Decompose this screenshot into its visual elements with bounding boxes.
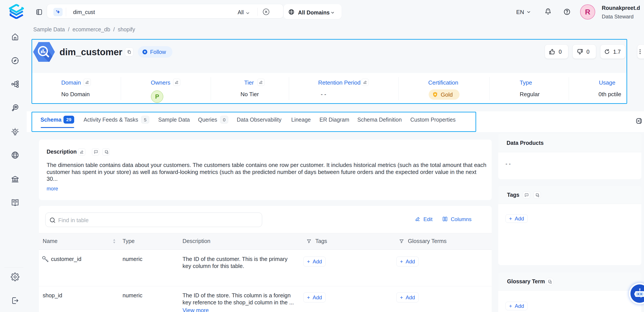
svg-text:?: ? [526,194,527,196]
svg-text:?: ? [96,151,96,153]
